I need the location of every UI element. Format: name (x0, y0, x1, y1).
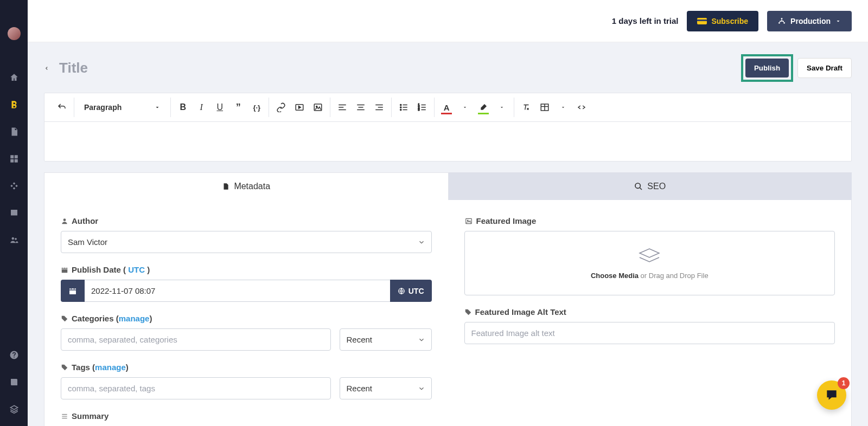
align-center-button[interactable] (353, 100, 368, 115)
table-chevron[interactable] (556, 100, 571, 115)
tab-seo[interactable]: SEO (449, 172, 852, 200)
bold-button[interactable]: B (175, 100, 190, 115)
chat-button[interactable]: 1 (817, 380, 846, 410)
production-button[interactable]: Production (767, 11, 852, 31)
featured-image-label: Featured Image (476, 216, 537, 225)
link-button[interactable] (273, 100, 289, 115)
tags-input[interactable] (61, 377, 331, 399)
text-color-chevron[interactable] (457, 100, 473, 115)
undo-button[interactable] (54, 100, 69, 115)
featured-image-group: Featured Image Choose Media or Drag and … (464, 216, 835, 295)
page-icon[interactable] (0, 121, 28, 142)
image-button[interactable] (310, 100, 326, 115)
svg-text:3: 3 (418, 108, 420, 111)
team-icon[interactable] (0, 230, 28, 250)
categories-group: Categories (manage) Recent (61, 314, 432, 351)
chat-badge: 1 (838, 377, 850, 389)
underline-button[interactable]: U (212, 100, 227, 115)
categories-input[interactable] (61, 328, 331, 351)
publish-date-label: Publish Date ( (72, 265, 126, 274)
featured-image-dropzone[interactable]: Choose Media or Drag and Drop File (464, 231, 835, 295)
editor: Paragraph B I U ” {·} (44, 93, 852, 162)
form-right-col: Featured Image Choose Media or Drag and … (448, 216, 852, 426)
quote-button[interactable]: ” (231, 100, 246, 115)
categories-recent-select[interactable]: Recent (340, 328, 432, 351)
date-picker-button[interactable] (61, 280, 85, 302)
tabs: Metadata SEO (44, 172, 852, 200)
grid-icon[interactable] (0, 149, 28, 169)
svg-point-1 (15, 238, 17, 240)
home-icon[interactable] (0, 67, 28, 88)
categories-label: Categories ( (72, 314, 119, 323)
summary-group: Summary (61, 411, 432, 421)
main: 1 days left in trial Subscribe Productio… (28, 0, 868, 426)
alt-text-label: Featured Image Alt Text (475, 307, 566, 317)
alt-text-input[interactable] (464, 322, 835, 344)
publish-date-group: Publish Date ( UTC ) UTC (61, 265, 432, 302)
chat-icon (825, 388, 839, 402)
author-select[interactable]: Sam Victor (61, 231, 432, 253)
align-right-button[interactable] (372, 100, 387, 115)
back-button[interactable] (44, 64, 49, 73)
tags-recent-select[interactable]: Recent (340, 377, 432, 399)
form-left-col: Author Sam Victor (44, 216, 448, 426)
modules-icon[interactable] (0, 176, 28, 196)
svg-point-16 (63, 218, 66, 221)
svg-rect-18 (69, 288, 76, 294)
table-button[interactable] (537, 100, 552, 115)
svg-rect-17 (62, 267, 68, 272)
highlight-chevron[interactable] (494, 100, 509, 115)
author-group: Author Sam Victor (61, 216, 432, 253)
search-icon (634, 182, 643, 191)
numbered-list-button[interactable]: 123 (414, 100, 430, 115)
globe-icon (398, 287, 405, 295)
video-button[interactable] (292, 100, 307, 115)
tags-manage-link[interactable]: manage (95, 363, 126, 372)
utc-button[interactable]: UTC (390, 280, 432, 302)
categories-manage-link[interactable]: manage (119, 314, 150, 323)
svg-point-10 (400, 109, 401, 110)
editor-toolbar: Paragraph B I U ” {·} (44, 93, 851, 122)
paragraph-select[interactable]: Paragraph (79, 103, 166, 112)
svg-point-8 (400, 104, 401, 105)
highlight-button[interactable] (476, 100, 491, 115)
book-icon[interactable] (0, 372, 28, 392)
sitemap-icon (777, 17, 786, 25)
trial-text: 1 days left in trial (612, 16, 679, 25)
author-label: Author (72, 216, 98, 225)
production-label: Production (790, 17, 831, 25)
media-icon[interactable] (0, 203, 28, 223)
publish-button[interactable]: Publish (745, 59, 789, 78)
list-icon (61, 412, 68, 420)
bullet-list-button[interactable] (396, 100, 411, 115)
publish-date-input[interactable] (85, 280, 390, 302)
help-icon[interactable] (0, 345, 28, 365)
tags-group: Tags (manage) Recent (61, 363, 432, 399)
subscribe-button[interactable]: Subscribe (687, 11, 758, 31)
title-input[interactable] (59, 60, 276, 76)
header-row: Publish Save Draft (28, 42, 868, 87)
save-draft-button[interactable]: Save Draft (797, 58, 852, 78)
summary-label: Summary (72, 411, 108, 421)
avatar[interactable] (8, 27, 21, 40)
clear-format-button[interactable] (519, 100, 534, 115)
layers-icon[interactable] (0, 399, 28, 419)
tags-label: Tags ( (72, 363, 95, 372)
editor-body[interactable] (44, 122, 851, 161)
tag-icon (61, 364, 68, 371)
svg-point-4 (783, 22, 785, 24)
content-area: Publish Save Draft Paragraph (28, 42, 868, 426)
svg-point-2 (781, 18, 783, 20)
italic-button[interactable]: I (194, 100, 209, 115)
code-button[interactable]: {·} (249, 100, 264, 115)
utc-link[interactable]: UTC (128, 265, 145, 274)
tag-icon (464, 308, 472, 316)
brand-b-icon[interactable] (0, 94, 28, 115)
image-icon (464, 217, 473, 225)
calendar-icon (61, 266, 68, 274)
tab-metadata[interactable]: Metadata (44, 172, 449, 200)
source-button[interactable] (574, 100, 589, 115)
align-left-button[interactable] (335, 100, 350, 115)
text-color-button[interactable]: A (439, 100, 454, 115)
svg-point-9 (400, 107, 401, 108)
